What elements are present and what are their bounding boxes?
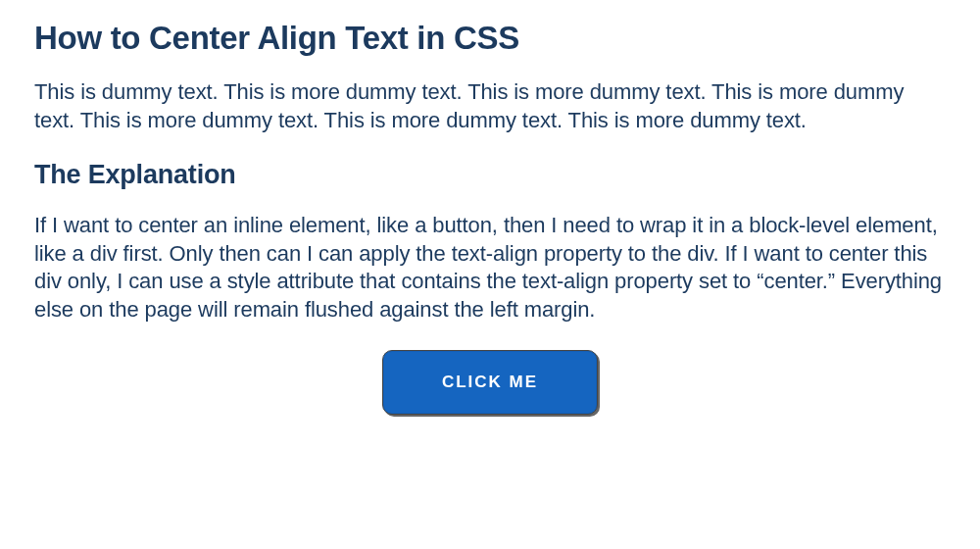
explanation-paragraph: If I want to center an inline element, l… — [34, 212, 946, 324]
subheading: The Explanation — [34, 160, 946, 190]
page-heading: How to Center Align Text in CSS — [34, 20, 946, 57]
intro-paragraph: This is dummy text. This is more dummy t… — [34, 78, 946, 134]
button-container: CLICK ME — [34, 350, 946, 415]
click-me-button[interactable]: CLICK ME — [382, 350, 598, 415]
